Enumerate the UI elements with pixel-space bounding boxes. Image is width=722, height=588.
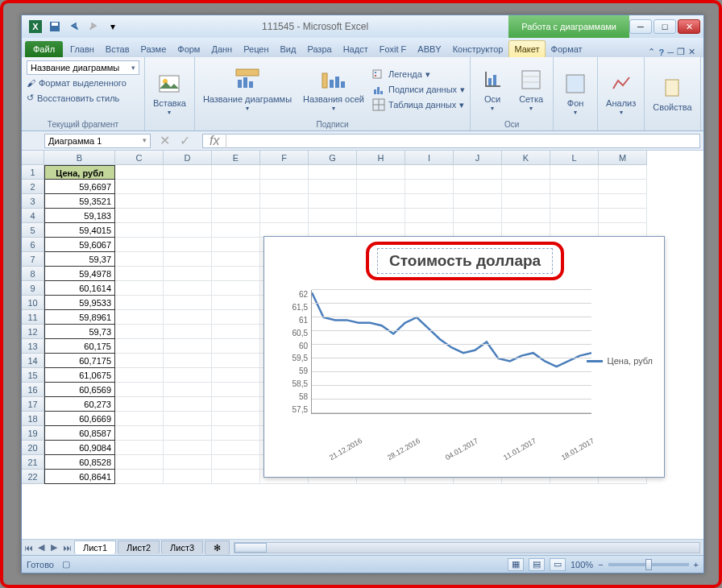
new-sheet-icon[interactable]: ✻ [205,540,230,555]
cell[interactable]: 60,8641 [44,470,115,484]
cell[interactable] [115,441,164,455]
cell[interactable] [212,267,260,281]
cell[interactable]: 59,4015 [44,223,115,238]
cell[interactable] [115,325,164,339]
cell[interactable] [260,194,309,209]
cell[interactable] [502,165,550,180]
data-labels-button[interactable]: Подписи данных ▾ [372,82,465,97]
format-selection-button[interactable]: 🖌Формат выделенного [27,77,127,89]
cell[interactable] [115,180,164,194]
cell[interactable] [115,209,164,223]
cell[interactable] [260,165,309,180]
col-header-J[interactable]: J [454,151,502,165]
cell[interactable]: 59,9533 [44,296,115,310]
row-header[interactable]: 1 [22,165,44,180]
tab-home[interactable]: Главн [64,40,100,57]
col-header-M[interactable]: M [599,151,647,165]
background-button[interactable]: Фон▾ [558,69,592,118]
cell[interactable] [309,180,357,194]
workbook-min-icon[interactable]: ─ [667,48,674,57]
row-header[interactable]: 20 [22,441,44,455]
cell[interactable] [164,383,212,397]
normal-view-icon[interactable]: ▦ [508,558,524,571]
cell[interactable]: 59,73 [44,325,115,339]
tab-abbyy[interactable]: ABBY [412,40,446,57]
cell[interactable] [212,325,260,339]
cell[interactable] [309,194,357,209]
select-all-corner[interactable] [22,151,44,165]
cell[interactable] [454,165,502,180]
cell[interactable]: 60,1614 [44,281,115,296]
axes-button[interactable]: Оси▾ [475,65,509,114]
row-header[interactable]: 16 [22,383,44,397]
cell[interactable] [212,209,260,223]
cell[interactable] [454,194,502,209]
legend-button[interactable]: Легенда ▾ [372,67,465,81]
data-table-button[interactable]: Таблица данных ▾ [372,97,465,112]
sheet-tab-3[interactable]: Лист3 [161,540,203,554]
cell[interactable] [454,209,502,223]
cell[interactable] [212,281,260,296]
cell[interactable]: 59,3521 [44,194,115,209]
zoom-in-icon[interactable]: + [694,560,699,569]
cell[interactable] [212,296,260,310]
tab-developer[interactable]: Разра [301,40,337,57]
cell[interactable] [599,165,647,180]
zoom-slider[interactable] [608,563,689,566]
cell[interactable] [115,194,164,209]
cell[interactable] [115,223,164,238]
cell[interactable] [164,339,212,354]
col-header-E[interactable]: E [212,151,260,165]
cell[interactable]: 60,273 [44,397,115,412]
cell[interactable] [212,455,260,470]
cell[interactable] [115,281,164,296]
cell[interactable]: 59,183 [44,209,115,223]
name-box[interactable]: Диаграмма 1 [44,134,151,148]
tab-pagelayout[interactable]: Разме [135,40,172,57]
cell[interactable] [212,180,260,194]
zoom-out-icon[interactable]: − [598,560,603,569]
row-header[interactable]: 8 [22,267,44,281]
cell[interactable] [164,165,212,180]
tab-insert[interactable]: Встав [100,40,135,57]
cell[interactable] [454,180,502,194]
row-header[interactable]: 22 [22,470,44,484]
sheet-tab-2[interactable]: Лист2 [118,540,160,554]
axis-titles-button[interactable]: Названия осей▾ [300,65,367,114]
col-header-L[interactable]: L [550,151,599,165]
cell[interactable] [164,397,212,412]
cell[interactable] [164,223,212,238]
formula-bar[interactable]: fx [202,134,700,148]
row-header[interactable]: 17 [22,397,44,412]
tab-layout[interactable]: Макет [508,40,545,57]
cell[interactable] [115,238,164,252]
cell[interactable] [260,180,309,194]
cell[interactable] [212,165,260,180]
cell[interactable] [164,281,212,296]
first-sheet-icon[interactable]: ⏮ [22,543,35,553]
tab-view[interactable]: Вид [275,40,302,57]
cell[interactable] [309,165,357,180]
cell[interactable]: 60,8528 [44,455,115,470]
qat-more-icon[interactable]: ▾ [104,18,122,35]
tab-addins[interactable]: Надст [338,40,374,57]
maximize-button[interactable]: □ [654,19,676,34]
ribbon-min-icon[interactable]: ⌃ [648,47,655,57]
insert-button[interactable]: Вставка▾ [150,69,189,118]
row-header[interactable]: 7 [22,252,44,267]
cell[interactable] [212,441,260,455]
tab-data[interactable]: Данн [205,40,238,57]
col-header-H[interactable]: H [357,151,405,165]
redo-icon[interactable] [85,18,102,35]
cell[interactable] [212,397,260,412]
cell[interactable] [405,180,454,194]
prev-sheet-icon[interactable]: ◀ [35,542,48,553]
cell[interactable]: 60,7175 [44,354,115,368]
cell[interactable] [405,165,454,180]
cell[interactable] [260,209,309,223]
cell[interactable] [405,194,454,209]
cell[interactable] [115,426,164,441]
row-header[interactable]: 6 [22,238,44,252]
cell[interactable] [502,180,550,194]
cell[interactable]: 59,6067 [44,238,115,252]
